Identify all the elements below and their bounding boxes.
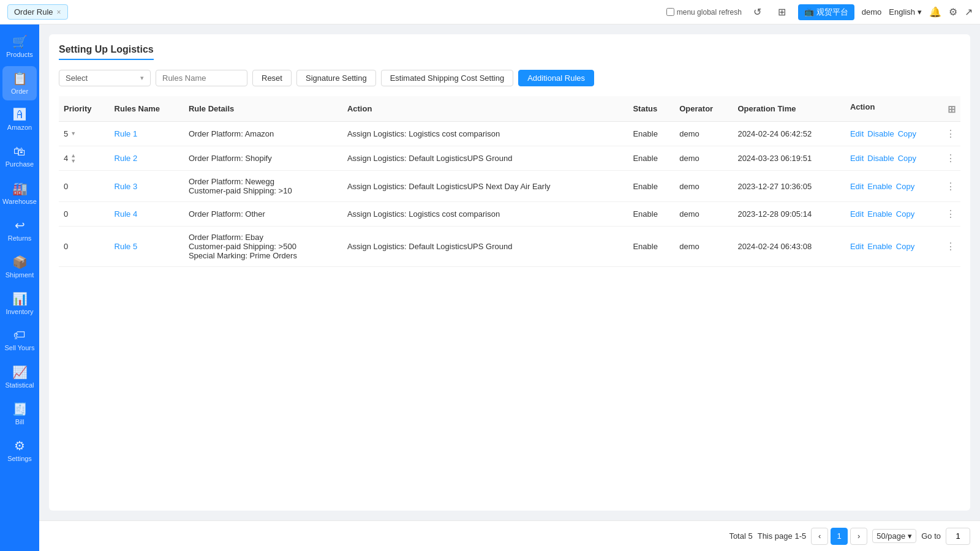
expand-icon[interactable]: ↗ xyxy=(965,6,973,18)
page-card: Setting Up Logistics Select ▾ Reset Sign… xyxy=(49,34,970,511)
action-copy-link[interactable]: Copy xyxy=(896,242,914,251)
action-edit-link[interactable]: Edit xyxy=(850,242,864,251)
sort-down-icon[interactable]: ▼ xyxy=(70,131,76,137)
menu-global-refresh-checkbox[interactable]: menu global refresh xyxy=(666,8,742,17)
topbar-right: menu global refresh ↺ ⊞ 📺 观贸平台 demo Engl… xyxy=(666,4,973,21)
sidebar-item-order[interactable]: 📋 Order xyxy=(2,66,37,100)
page-info: This page 1-5 xyxy=(758,531,807,541)
sidebar-item-shipment[interactable]: 📦 Shipment xyxy=(2,250,37,284)
col-priority: Priority xyxy=(59,96,110,122)
next-page-button[interactable]: › xyxy=(850,528,867,545)
table-row: 0Rule 4Order Platform: OtherAssign Logis… xyxy=(59,202,960,227)
sidebar-item-returns[interactable]: ↩ Returns xyxy=(2,213,37,247)
action-enable-link[interactable]: Enable xyxy=(867,209,892,219)
rule-name-link[interactable]: Rule 5 xyxy=(115,242,138,251)
refresh-icon-btn[interactable]: ↺ xyxy=(749,4,766,21)
reset-button[interactable]: Reset xyxy=(252,70,292,86)
action-disable-link[interactable]: Disable xyxy=(867,154,894,163)
main-content: Setting Up Logistics Select ▾ Reset Sign… xyxy=(39,24,980,551)
estimated-shipping-cost-button[interactable]: Estimated Shipping Cost Setting xyxy=(381,70,513,86)
sidebar-item-bill[interactable]: 🧾 Bill xyxy=(2,397,37,431)
topbar-tab-order-rule[interactable]: Order Rule × xyxy=(7,4,68,20)
sidebar-item-warehouse[interactable]: 🏭 Warehouse xyxy=(2,176,37,211)
topbar-user: demo xyxy=(862,7,882,17)
close-icon[interactable]: × xyxy=(57,8,61,17)
table-header-row: Priority Rules Name Rule Details Action … xyxy=(59,96,960,122)
rule-name-link[interactable]: Rule 4 xyxy=(115,209,138,219)
status-badge: Enable xyxy=(633,182,657,191)
order-icon: 📋 xyxy=(12,71,28,86)
sidebar-item-label-shipment: Shipment xyxy=(6,271,34,279)
goto-input[interactable] xyxy=(946,528,970,545)
bell-icon[interactable]: 🔔 xyxy=(929,6,941,18)
action-edit-link[interactable]: Edit xyxy=(850,154,864,163)
more-icon[interactable]: ⋮ xyxy=(946,208,956,220)
action-cell: EditEnableCopy⋮ xyxy=(845,227,960,267)
priority-cell: 0 xyxy=(59,171,110,202)
sidebar-item-sell-yours[interactable]: 🏷 Sell Yours xyxy=(2,323,37,358)
rule-details-cell: Order Platform: NeweggCustomer-paid Ship… xyxy=(184,171,342,202)
sidebar-item-purchase[interactable]: 🛍 Purchase xyxy=(2,140,37,174)
lang-label: English xyxy=(889,7,915,17)
sidebar-item-settings[interactable]: ⚙ Settings xyxy=(2,433,37,468)
action-copy-link[interactable]: Copy xyxy=(898,154,916,163)
more-icon[interactable]: ⋮ xyxy=(946,241,956,252)
page-title: Setting Up Logistics xyxy=(59,44,154,60)
additional-rules-button[interactable]: Additional Rules xyxy=(518,70,594,86)
sell-yours-icon: 🏷 xyxy=(13,328,26,342)
sidebar-item-label-inventory: Inventory xyxy=(6,308,33,316)
action-copy-link[interactable]: Copy xyxy=(896,182,914,191)
action-cell: EditDisableCopy⋮ xyxy=(845,146,960,171)
priority-value: 0 xyxy=(64,242,68,251)
status-badge: Enable xyxy=(633,129,657,138)
action-detail-cell: Assign Logistics: Default LogisticsUPS G… xyxy=(342,146,628,171)
action-copy-link[interactable]: Copy xyxy=(896,209,914,219)
select-dropdown[interactable]: Select ▾ xyxy=(59,70,151,86)
platform-button[interactable]: 📺 观贸平台 xyxy=(798,4,854,20)
sidebar-item-products[interactable]: 🛒 Products xyxy=(2,29,37,64)
sidebar-item-amazon[interactable]: 🅰 Amazon xyxy=(2,103,37,137)
column-settings-icon[interactable]: ⊞ xyxy=(948,103,956,115)
layout-icon-btn[interactable]: ⊞ xyxy=(774,4,791,21)
status-cell: Enable xyxy=(628,202,674,227)
rule-name-link[interactable]: Rule 2 xyxy=(115,154,138,163)
more-icon[interactable]: ⋮ xyxy=(946,152,956,164)
action-enable-link[interactable]: Enable xyxy=(867,242,892,251)
inventory-icon: 📊 xyxy=(12,291,28,306)
menu-global-refresh-input[interactable] xyxy=(666,8,674,16)
page-size-selector[interactable]: 50/page ▾ xyxy=(872,529,916,543)
rule-details-cell: Order Platform: Amazon xyxy=(184,122,342,146)
chevron-down-icon: ▾ xyxy=(140,74,144,82)
action-edit-link[interactable]: Edit xyxy=(850,182,864,191)
lang-selector[interactable]: English ▾ xyxy=(889,7,922,17)
signature-setting-button[interactable]: Signature Setting xyxy=(296,70,376,86)
status-cell: Enable xyxy=(628,146,674,171)
sidebar-item-statistical[interactable]: 📈 Statistical xyxy=(2,360,37,394)
rule-name-link[interactable]: Rule 3 xyxy=(115,182,138,191)
footer: Total 5 This page 1-5 ‹ 1 › 50/page ▾ Go… xyxy=(39,520,980,551)
shipment-icon: 📦 xyxy=(12,255,28,269)
more-icon[interactable]: ⋮ xyxy=(946,128,956,140)
action-disable-link[interactable]: Disable xyxy=(867,129,894,138)
action-cell: EditEnableCopy⋮ xyxy=(845,202,960,227)
action-cell: EditDisableCopy⋮ xyxy=(845,122,960,146)
action-edit-link[interactable]: Edit xyxy=(850,129,864,138)
platform-label: 观贸平台 xyxy=(816,7,848,18)
action-copy-link[interactable]: Copy xyxy=(898,129,916,138)
prev-page-button[interactable]: ‹ xyxy=(811,528,828,545)
action-edit-link[interactable]: Edit xyxy=(850,209,864,219)
page-1-button[interactable]: 1 xyxy=(831,528,848,545)
sidebar-item-label-products: Products xyxy=(6,51,32,59)
sort-down-icon[interactable]: ▼ xyxy=(70,159,76,164)
status-badge: Enable xyxy=(633,209,657,219)
rules-table: Priority Rules Name Rule Details Action … xyxy=(59,96,960,267)
sidebar-item-inventory[interactable]: 📊 Inventory xyxy=(2,287,37,321)
status-badge: Enable xyxy=(633,242,657,251)
rule-name-link[interactable]: Rule 1 xyxy=(115,129,138,138)
more-icon[interactable]: ⋮ xyxy=(946,181,956,192)
settings-icon[interactable]: ⚙ xyxy=(949,6,957,18)
topbar: Order Rule × menu global refresh ↺ ⊞ 📺 观… xyxy=(0,0,980,24)
operator-cell: demo xyxy=(674,122,733,146)
rules-name-input[interactable] xyxy=(156,70,247,86)
action-enable-link[interactable]: Enable xyxy=(867,182,892,191)
